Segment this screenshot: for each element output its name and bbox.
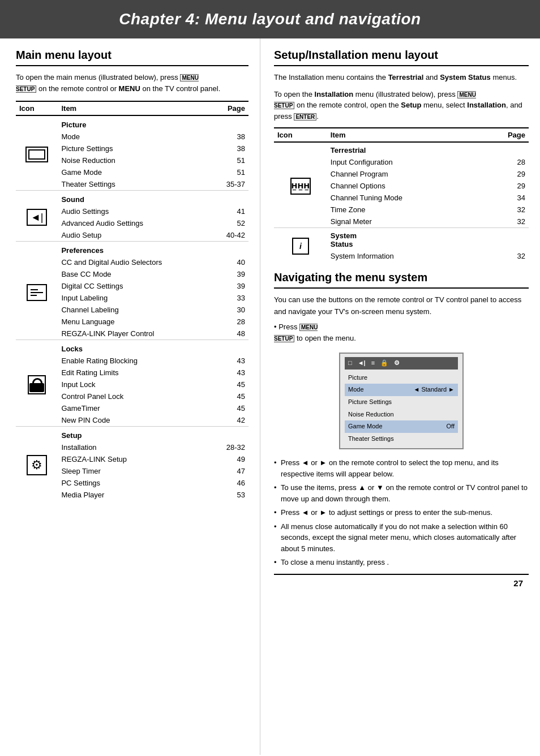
item-name: Time Zone [327,204,481,216]
item-name: Picture Settings [58,143,212,154]
item-page: 46 [212,477,248,489]
tv-row-label-theater: Theater Settings [348,434,394,444]
item-page: 33 [212,292,248,304]
setup-installation-section: Setup/Installation menu layout The Insta… [274,49,529,262]
table-row: Locks [16,340,248,355]
table-row: iSystem Status [274,228,529,251]
nav-bullets-list: Press ◄ or ► on the remote control to se… [274,457,529,568]
item-name: Digital CC Settings [58,280,212,292]
item-page: 28 [481,156,529,168]
group-label: Setup [58,427,248,442]
nav-intro: You can use the buttons on the remote co… [274,294,529,318]
icon-cell [16,115,58,191]
setup-col-item: Item [327,128,481,142]
item-name: Menu Language [58,316,212,328]
icon-cell: i [274,228,327,263]
item-name: Control Panel Lock [58,390,212,402]
item-page: 52 [212,217,248,229]
tv-header-sound: ◄| [358,358,366,368]
list-item: To close a menu instantly, press . [274,557,529,568]
item-name: Input Lock [58,379,212,390]
tv-header-picture: □ [348,358,352,368]
item-page: 40 [212,256,248,268]
item-page: 43 [212,355,248,367]
item-name: REGZA-LINK Player Control [58,328,212,340]
item-page: 39 [212,268,248,280]
tv-header-prefs: ≡ [371,358,375,368]
item-name: Media Player [58,489,212,501]
item-name: Channel Program [327,168,481,180]
item-name: Advanced Audio Settings [58,217,212,229]
item-name: Edit Rating Limits [58,367,212,379]
tv-row-value-mode: ◄ Standard ► [413,385,455,395]
item-page: 51 [212,154,248,166]
menu-setup-icon: MENUSETUP [16,74,199,93]
item-page: 45 [212,379,248,390]
item-page: 42 [212,414,248,427]
icon-cell [16,242,58,340]
list-item: All menus close automatically if you do … [274,521,529,555]
item-name: Signal Meter [327,216,481,228]
item-name: Noise Reduction [58,154,212,166]
tv-row-picture-settings: Picture Settings [345,396,458,409]
tv-row-theater: Theater Settings [345,433,458,445]
setup-intro-1: The Installation menu contains the Terre… [274,72,529,83]
tv-menu-header: □ ◄| ≡ 🔒 ⚙ [345,357,458,370]
item-page: 29 [481,168,529,180]
item-name: Input Labeling [58,292,212,304]
item-page: 47 [212,465,248,477]
right-column: Setup/Installation menu layout The Insta… [260,38,540,755]
tv-row-mode: Mode ◄ Standard ► [345,384,458,396]
item-page: 29 [481,180,529,192]
item-name: Audio Setup [58,229,212,242]
col-page: Page [212,101,248,115]
tv-row-label-ps: Picture Settings [348,397,392,407]
table-row: Preferences [16,242,248,257]
item-name: PC Settings [58,477,212,489]
item-name: System Information [327,250,481,262]
item-name: Input Configuration [327,156,481,168]
icon-cell: ⚙ [16,427,58,501]
page-number: 27 [513,578,523,588]
tv-row-label: Picture [348,373,367,383]
item-name: Base CC Mode [58,268,212,280]
item-page: 32 [481,250,529,262]
page-header: Chapter 4: Menu layout and navigation [0,0,540,38]
item-name: Enable Rating Blocking [58,355,212,367]
tv-row-noise: Noise Reduction [345,409,458,421]
tv-row-picture: Picture [345,372,458,384]
group-label: Preferences [58,242,248,257]
item-name: GameTimer [58,402,212,414]
group-label: System Status [327,228,529,251]
enter-icon: ENTER [294,113,316,121]
item-page: 32 [481,216,529,228]
main-menu-layout-title: Main menu layout [16,49,248,66]
page-number-area: 27 [274,574,529,588]
tv-row-label-noise: Noise Reduction [348,410,394,420]
item-name: CC and Digital Audio Selectors [58,256,212,268]
setup-section-title: Setup/Installation menu layout [274,49,529,66]
list-item: Press ◄ or ► to adjust settings or press… [274,507,529,518]
chapter-title: Chapter 4: Menu layout and navigation [119,10,421,28]
tv-row-label-mode: Mode [348,385,364,395]
tv-row-value-game: Off [447,422,455,432]
item-name: Channel Labeling [58,304,212,316]
item-name: Channel Options [327,180,481,192]
group-label: Terrestrial [327,142,529,156]
tv-header-setup: ⚙ [394,358,400,368]
item-page: 30 [212,304,248,316]
tv-header-lock: 🔒 [380,358,388,368]
setup-intro-2: To open the Installation menu (illustrat… [274,89,529,122]
table-row: ⚙Setup [16,427,248,442]
item-page: 41 [212,205,248,217]
nav-text-body: You can use the buttons on the remote co… [274,294,529,568]
item-page: 38 [212,143,248,154]
item-page: 35-37 [212,178,248,191]
tv-screen-mockup: □ ◄| ≡ 🔒 ⚙ Picture Mode ◄ Standard ► [339,353,464,449]
col-icon: Icon [16,101,58,115]
icon-cell [16,340,58,427]
item-page: 34 [481,192,529,204]
item-name: Sleep Timer [58,465,212,477]
setup-col-icon: Icon [274,128,327,142]
left-column: Main menu layout To open the main menus … [0,38,260,755]
